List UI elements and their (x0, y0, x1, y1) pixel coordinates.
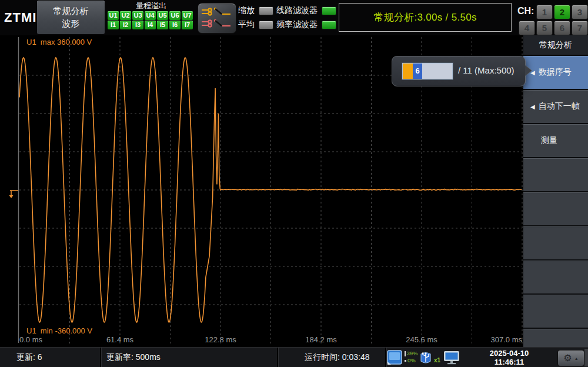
overflow-badge-i4: I4 (145, 21, 156, 29)
data-index-value: 6 (413, 64, 422, 79)
overflow-badge-i1: I1 (108, 21, 119, 29)
range-overflow-panel: 量程溢出 U1 U2 U3 U4 U5 U6 U7 I1 I2 I3 I4 I5… (106, 0, 196, 35)
brand-logo: ZTMI (4, 10, 36, 25)
gear-icon: ⚙ (563, 353, 572, 363)
menu-item-empty (523, 295, 588, 328)
x-tick-label: 307.0 ms (491, 335, 522, 344)
zoom-label: 缩放 (238, 5, 256, 16)
menu-item-measure[interactable]: 测量 (523, 124, 588, 157)
channel-button-2[interactable]: 2 (554, 5, 570, 19)
u1-max-label: U1 max 360.000 V (26, 38, 92, 46)
x-tick-label: 245.6 ms (406, 335, 437, 344)
divider (385, 348, 386, 367)
popup-pointer (525, 65, 532, 76)
overflow-badge-i5: I5 (157, 21, 168, 29)
divider (100, 348, 101, 367)
channel-button-3[interactable]: 3 (572, 5, 588, 19)
freq-filter-label: 频率滤波器 (276, 19, 319, 30)
settings-button[interactable]: ⚙ ▲ (557, 350, 584, 366)
top-bar: ZTMI 常规分析 波形 量程溢出 U1 U2 U3 U4 U5 U6 U7 I… (0, 0, 588, 36)
mode-tab-line1: 常规分析 (37, 5, 105, 17)
overflow-badge-u6: U6 (169, 11, 181, 20)
channel-button-6[interactable]: 6 (554, 21, 570, 35)
u1-zero-marker (10, 191, 18, 195)
menu-item-auto-next-frame[interactable]: ◀ 自动下一帧 (523, 90, 588, 123)
media-pct-2: 0% (407, 357, 416, 364)
menu-item-label: 自动下一帧 (539, 101, 580, 112)
data-index-popup: 6 / 11 (Max:500) (392, 56, 526, 86)
overflow-badge-i3: I3 (132, 21, 143, 29)
channel-button-1[interactable]: 1 (536, 5, 553, 19)
menu-item-empty (523, 329, 588, 347)
line-filter-label: 线路滤波器 (276, 5, 319, 16)
mode-tab-line2: 波形 (37, 17, 105, 30)
overflow-badge-u5: U5 (157, 11, 168, 20)
data-index-range-text: / 11 (Max:500) (458, 65, 514, 75)
media-dot-icon (405, 360, 406, 362)
average-indicator[interactable] (259, 21, 273, 29)
x-tick-label: 184.2 ms (305, 335, 336, 344)
overflow-badge-u4: U4 (145, 11, 156, 20)
overflow-badge-i2: I2 (120, 21, 131, 29)
usb-icon[interactable] (419, 350, 433, 365)
status-bar: 更新: 6 更新率: 500ms 运行时间: 0:03:48 39% 0% x1 (0, 347, 588, 367)
network-monitor-icon[interactable] (443, 351, 460, 365)
u1-min-label: U1 min -360.000 V (26, 326, 92, 335)
media-usage: 39% 0% (405, 350, 418, 364)
right-menu: 常规分析 ◀ 数据序号 ◀ 自动下一帧 测量 (523, 35, 588, 347)
menu-header: 常规分析 (523, 35, 588, 55)
run-time: 运行时间: 0:03:48 (305, 352, 370, 363)
filter-row-2: 平均 频率滤波器 (238, 19, 336, 30)
menu-item-empty (523, 192, 588, 225)
line-filter-indicator[interactable] (322, 6, 336, 15)
overflow-badge-u3: U3 (132, 11, 143, 20)
menu-item-label: 测量 (541, 135, 557, 146)
x-tick-label: 122.8 ms (205, 335, 236, 344)
overflow-badge-u7: U7 (182, 11, 193, 20)
channel-button-7[interactable]: 7 (572, 21, 588, 35)
channel-button-4[interactable]: 4 (519, 21, 535, 35)
media-bar-icon (405, 351, 406, 356)
storage-media-icon[interactable] (387, 350, 403, 365)
spinbox-handle[interactable] (403, 64, 413, 79)
menu-item-empty (523, 226, 588, 259)
freq-filter-indicator[interactable] (322, 21, 336, 29)
bar-endcap (584, 349, 588, 366)
filter-row-1: 缩放 线路滤波器 (238, 5, 336, 16)
wiring-diagram-icon (198, 4, 235, 32)
wiring-diagram-button[interactable] (198, 3, 236, 34)
channel-label: CH: (517, 6, 534, 16)
overflow-badge-u1: U1 (108, 11, 119, 20)
divider (277, 348, 278, 367)
channel-selector: CH: 1 2 3 4 5 6 7 (516, 0, 588, 35)
x-tick-label: 0.0 ms (19, 335, 42, 344)
overflow-badge-u2: U2 (120, 11, 131, 20)
media-pct-1: 39% (407, 350, 418, 357)
datetime: 2025-04-10 11:46:11 (465, 349, 554, 366)
zoom-indicator[interactable] (259, 6, 273, 15)
left-triangle-icon: ◀ (530, 104, 535, 110)
overflow-badge-i6: I6 (169, 21, 181, 29)
x-tick-label: 61.4 ms (106, 335, 133, 344)
tab-normal-analysis-waveform[interactable]: 常规分析 波形 (37, 1, 105, 34)
menu-item-empty (523, 158, 588, 191)
channel-button-5[interactable]: 5 (536, 21, 553, 35)
update-rate: 更新率: 500ms (106, 352, 161, 363)
voltage-overflow-row: U1 U2 U3 U4 U5 U6 U7 (106, 11, 196, 20)
analysis-status-text: 常规分析:3.00s / 5.50s (373, 11, 476, 24)
up-triangle-icon: ▲ (574, 356, 579, 361)
time-text: 11:46:11 (465, 358, 554, 366)
menu-item-empty (523, 261, 588, 293)
update-count: 更新: 6 (16, 352, 42, 363)
overflow-badge-i7: I7 (182, 21, 193, 29)
average-label: 平均 (238, 19, 256, 30)
range-overflow-title: 量程溢出 (106, 0, 196, 11)
data-index-input[interactable]: 6 (402, 63, 453, 79)
menu-item-data-index[interactable]: ◀ 数据序号 (523, 56, 588, 89)
menu-item-label: 数据序号 (539, 67, 572, 78)
current-overflow-row: I1 I2 I3 I4 I5 I6 I7 (106, 21, 196, 29)
date-text: 2025-04-10 (465, 349, 554, 358)
power-analyzer-screen: ZTMI 常规分析 波形 量程溢出 U1 U2 U3 U4 U5 U6 U7 I… (0, 0, 588, 367)
usb-count: x1 (434, 357, 440, 363)
analysis-status-box: 常规分析:3.00s / 5.50s (339, 3, 512, 32)
